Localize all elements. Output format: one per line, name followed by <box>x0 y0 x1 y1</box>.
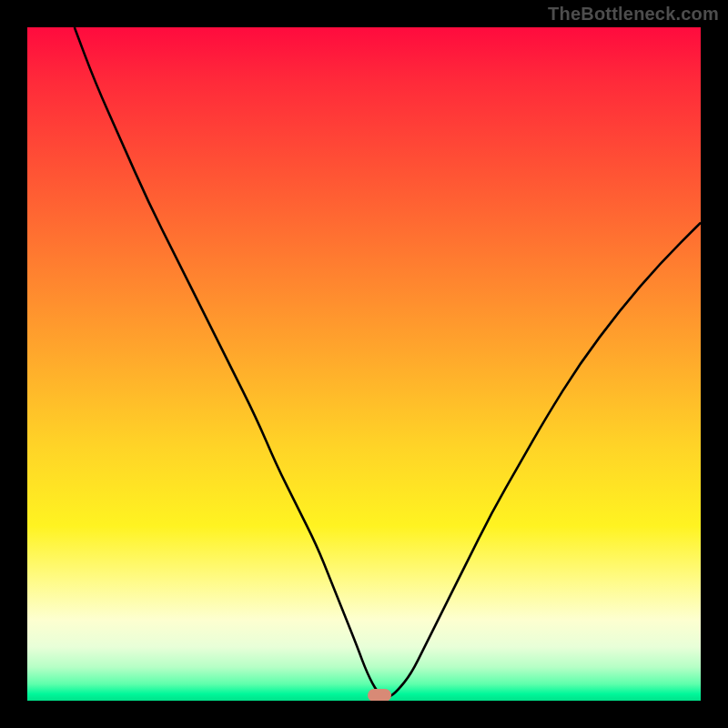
credit-label: TheBottleneck.com <box>548 4 719 25</box>
chart-frame: TheBottleneck.com <box>0 0 728 728</box>
optimum-marker <box>368 689 391 701</box>
bottleneck-curve <box>75 27 701 697</box>
curve-svg <box>27 27 701 701</box>
plot-area <box>27 27 701 701</box>
